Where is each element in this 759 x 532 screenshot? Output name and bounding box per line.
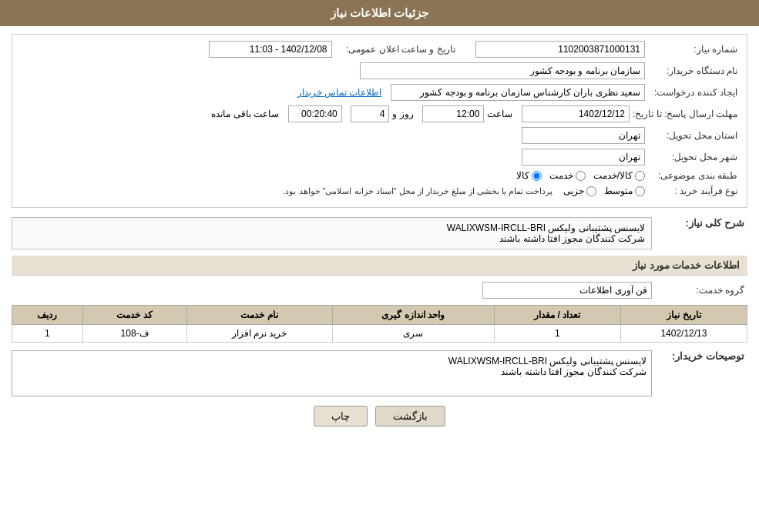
radio-khedmat-item: خدمت	[549, 170, 586, 181]
radio-motawaset-label: متوسط	[604, 186, 633, 196]
col-date-header: تاریخ نیاز	[620, 306, 747, 325]
rooz-input[interactable]	[351, 105, 389, 122]
radio-jozee[interactable]	[586, 186, 596, 196]
back-button[interactable]: بازگشت	[375, 406, 445, 427]
radio-khedmat-label: خدمت	[549, 170, 573, 181]
cell-unit: سری	[332, 325, 494, 343]
col-name-header: نام خدمت	[186, 306, 332, 325]
tawsif-row: توصیحات خریدار: لایسنس پشتیبانی ولیکس WA…	[12, 350, 747, 396]
time-input[interactable]	[422, 105, 484, 122]
page-header: جزئیات اطلاعات نیاز	[0, 0, 759, 26]
shomara-row: شماره نیاز: تاریخ و ساعت اعلان عمومی:	[18, 41, 741, 58]
nam-dastgah-label: نام دستگاه خریدار:	[648, 65, 741, 76]
ostan-row: استان محل تحویل:	[18, 127, 741, 144]
ijad-row: ایجاد کننده درخواست: اطلاعات تماس خریدار	[18, 84, 741, 101]
radio-jozee-label: جزیی	[563, 186, 584, 196]
shomara-label: شماره نیاز:	[648, 44, 741, 55]
tabaqa-row: طبقه بندی موضوعی: کالا/خدمت خدمت کالا	[18, 170, 741, 181]
khadamat-section-title: اطلاعات خدمات مورد نیاز	[12, 256, 747, 276]
page-wrapper: جزئیات اطلاعات نیاز شماره نیاز: تاریخ و …	[0, 0, 759, 532]
tabaqa-label: طبقه بندی موضوعی:	[648, 170, 741, 181]
col-count-header: تعداد / مقدار	[494, 306, 620, 325]
goroh-input[interactable]	[482, 282, 652, 299]
cell-name: خرید نرم افزار	[186, 325, 332, 343]
nam-dastgah-input[interactable]	[360, 62, 645, 79]
cell-code: ف-108	[82, 325, 186, 343]
farayand-radio-group: متوسط جزیی	[563, 186, 645, 196]
print-button[interactable]: چاپ	[314, 406, 368, 427]
ostan-input[interactable]	[522, 127, 645, 144]
radio-kala-khedmat-label: کالا/خدمت	[593, 170, 633, 181]
tawsif-content: لایسنس پشتیبانی ولیکس WALIXWSM-IRCLL-BRI…	[12, 350, 652, 396]
goroh-row: گروه خدمت:	[12, 282, 747, 299]
ijad-input[interactable]	[391, 84, 645, 101]
main-content: شماره نیاز: تاریخ و ساعت اعلان عمومی: نا…	[0, 26, 759, 442]
farayand-row: نوع فرآیند خرید : متوسط جزیی پرداخت تمام…	[18, 186, 741, 196]
mohlet-row: مهلت ارسال پاسخ: تا تاریخ: ساعت روز و سا…	[18, 105, 741, 122]
tabaqa-radio-group: کالا/خدمت خدمت کالا	[516, 170, 645, 181]
tawsif-box: لایسنس پشتیبانی ولیکس WALIXWSM-IRCLL-BRI…	[12, 350, 652, 396]
farayand-note: پرداخت تمام یا بخشی از مبلغ خریدار از مح…	[283, 186, 552, 196]
table-row: 1402/12/13 1 سری خرید نرم افزار ف-108 1	[12, 325, 747, 343]
contact-link[interactable]: اطلاعات تماس خریدار	[297, 87, 382, 98]
nam-dastgah-row: نام دستگاه خریدار:	[18, 62, 741, 79]
sharh-box: لایسنس پشتیبانی ولیکس WALIXWSM-IRCLL-BRI…	[12, 217, 652, 249]
remaining-input[interactable]	[288, 105, 342, 122]
radio-kala[interactable]	[532, 171, 542, 181]
mohlet-label: مهلت ارسال پاسخ: تا تاریخ:	[633, 109, 741, 119]
sharh-content: لایسنس پشتیبانی ولیکس WALIXWSM-IRCLL-BRI…	[12, 217, 652, 249]
shomara-input[interactable]	[475, 41, 645, 58]
services-table: تاریخ نیاز تعداد / مقدار واحد اندازه گیر…	[12, 305, 747, 343]
button-group: بازگشت چاپ	[12, 406, 747, 427]
col-radif-header: ردیف	[12, 306, 83, 325]
col-code-header: کد خدمت	[82, 306, 186, 325]
shahr-row: شهر محل تحویل:	[18, 149, 741, 166]
cell-count: 1	[494, 325, 620, 343]
tawsif-label: توصیحات خریدار:	[655, 350, 747, 362]
remaining-label: ساعت باقی مانده	[211, 109, 279, 119]
col-unit-header: واحد اندازه گیری	[332, 306, 494, 325]
radio-kala-khedmat[interactable]	[635, 171, 645, 181]
goroh-label: گروه خدمت:	[655, 285, 747, 296]
tarikh-announcement-label: تاریخ و ساعت اعلان عمومی:	[335, 44, 458, 55]
radio-kala-label: کالا	[516, 170, 529, 181]
cell-date: 1402/12/13	[620, 325, 747, 343]
sharh-label: شرح کلی نیاز:	[655, 217, 747, 229]
shahr-label: شهر محل تحویل:	[648, 152, 741, 162]
radio-motawaset[interactable]	[635, 186, 645, 196]
sharh-line2: شرکت کنندگان مجوز افتا داشته باشند	[18, 233, 645, 244]
radio-kala-khedmat-item: کالا/خدمت	[593, 170, 645, 181]
main-info-section: شماره نیاز: تاریخ و ساعت اعلان عمومی: نا…	[12, 34, 747, 208]
ijad-label: ایجاد کننده درخواست:	[648, 87, 741, 98]
ostan-label: استان محل تحویل:	[648, 130, 741, 141]
tawsif-line1: لایسنس پشتیبانی ولیکس WALIXWSM-IRCLL-BRI	[17, 356, 646, 366]
shahr-input[interactable]	[522, 149, 645, 166]
time-label: ساعت	[487, 109, 512, 119]
date-input[interactable]	[522, 105, 630, 122]
tarikh-announcement-input[interactable]	[209, 41, 332, 58]
farayand-label: نوع فرآیند خرید :	[648, 186, 741, 196]
cell-radif: 1	[12, 325, 83, 343]
rooz-label: روز و	[392, 109, 413, 119]
radio-motawaset-item: متوسط	[604, 186, 645, 196]
radio-jozee-item: جزیی	[563, 186, 596, 196]
tawsif-line2: شرکت کنندگان مجوز افتا داشته باشند	[17, 366, 646, 377]
sharh-row: شرح کلی نیاز: لایسنس پشتیبانی ولیکس WALI…	[12, 217, 747, 249]
page-title: جزئیات اطلاعات نیاز	[331, 6, 428, 19]
radio-khedmat[interactable]	[576, 171, 586, 181]
radio-kala-item: کالا	[516, 170, 542, 181]
sharh-line1: لایسنس پشتیبانی ولیکس WALIXWSM-IRCLL-BRI	[18, 223, 645, 233]
